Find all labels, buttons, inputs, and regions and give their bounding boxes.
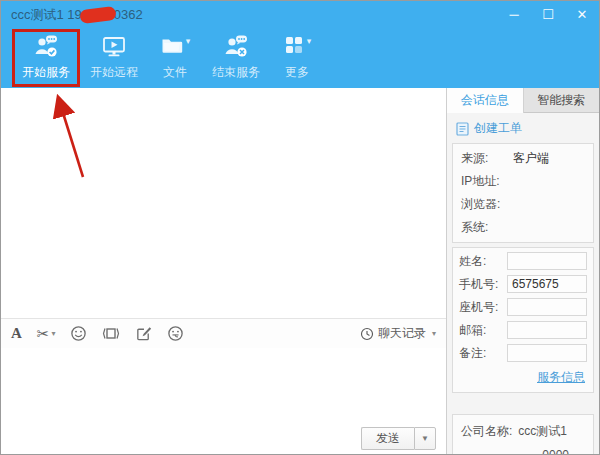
more-grid-icon [283, 33, 305, 61]
start-remote-label: 开始远程 [90, 64, 138, 81]
main-toolbar: 开始服务 开始远程 [1, 28, 327, 88]
chat-area: A ✂▾ [1, 88, 446, 455]
chat-history-caret-icon: ▾ [432, 329, 436, 338]
file-button[interactable]: ▾ 文件 [151, 28, 199, 84]
rich-editor-button[interactable] [135, 325, 152, 342]
emoji-button[interactable] [70, 325, 87, 342]
redaction-scribble [79, 6, 116, 24]
app-window: ccc测试1 190362 ─ ☐ ✕ [0, 0, 600, 455]
file-folder-icon [160, 32, 184, 62]
shake-window-button[interactable] [102, 325, 120, 342]
window-title: ccc测试1 190362 [11, 6, 143, 24]
start-service-person-check-icon [32, 32, 60, 62]
title-prefix: ccc测试1 19 [11, 7, 82, 22]
more-dropdown-caret-icon: ▾ [307, 36, 312, 46]
source-value: 客户端 [513, 150, 549, 167]
clock-icon [360, 327, 374, 341]
service-info-link[interactable]: 服务信息 [537, 370, 585, 384]
file-dropdown-caret-icon: ▾ [186, 36, 191, 46]
company-name-value: ccc测试1 [518, 423, 567, 440]
maximize-button[interactable]: ☐ [539, 7, 557, 22]
ticket-document-icon [456, 122, 469, 136]
file-label: 文件 [163, 64, 187, 81]
emoji-icon [70, 325, 87, 342]
minimize-button[interactable]: ─ [505, 7, 523, 22]
chat-format-toolbar: A ✂▾ [1, 318, 446, 348]
chat-history-label: 聊天记录 [378, 325, 426, 342]
start-remote-monitor-play-icon [101, 32, 127, 62]
email-field[interactable] [507, 321, 587, 339]
start-service-button[interactable]: 开始服务 [15, 28, 77, 84]
shake-window-icon [102, 325, 120, 342]
name-field[interactable] [507, 252, 587, 270]
end-service-button[interactable]: 结束服务 [205, 28, 267, 84]
company-name-row: 公司名称: ccc测试1 [453, 419, 593, 444]
screenshot-button[interactable]: ✂▾ [37, 325, 56, 343]
customer-form-box: 姓名: 手机号: 座机号: 邮箱: 备注: [452, 247, 594, 393]
landline-field[interactable] [507, 298, 587, 316]
tab-session-info[interactable]: 会话信息 [447, 88, 524, 113]
font-icon: A [11, 325, 22, 342]
custom-emoji-icon [167, 325, 184, 342]
create-ticket-label: 创建工单 [474, 120, 522, 137]
session-panel: 会话信息 智能搜索 创建工单 来源: 客户端 IP地址: [446, 88, 599, 455]
send-button[interactable]: 发送 [361, 427, 414, 450]
session-info-box: 来源: 客户端 IP地址: 浏览器: 系统: [452, 143, 594, 243]
form-row-mobile: 手机号: [459, 275, 587, 293]
message-input[interactable] [1, 349, 446, 424]
font-button[interactable]: A [11, 325, 22, 342]
form-row-email: 邮箱: [459, 321, 587, 339]
send-button-group: 发送 ▼ [361, 427, 436, 450]
create-ticket-link[interactable]: 创建工单 [447, 113, 599, 143]
titlebar: ccc测试1 190362 ─ ☐ ✕ [1, 1, 599, 28]
form-row-remark: 备注: [459, 344, 587, 362]
screenshot-caret-icon: ▾ [51, 329, 55, 338]
title-suffix: 0362 [114, 7, 143, 22]
tab-smart-search[interactable]: 智能搜索 [524, 88, 600, 113]
remark-field[interactable] [507, 344, 587, 362]
send-options-button[interactable]: ▼ [414, 427, 436, 450]
mobile-field[interactable] [507, 275, 587, 293]
service-expiry-value: 0000-00-00 [542, 448, 573, 455]
info-row-source: 来源: 客户端 [453, 147, 593, 170]
form-row-landline: 座机号: [459, 298, 587, 316]
end-service-person-x-icon [222, 32, 250, 62]
panel-tabs: 会话信息 智能搜索 [447, 88, 599, 113]
company-info-box: 公司名称: ccc测试1 服务到期时间: 0000-00-00 ☰ [452, 414, 594, 455]
custom-emoji-button[interactable] [167, 325, 184, 342]
rich-editor-icon [135, 325, 152, 342]
more-button[interactable]: ▾ 更多 [273, 28, 321, 84]
window-controls: ─ ☐ ✕ [505, 1, 591, 28]
service-expiry-row: 服务到期时间: 0000-00-00 ☰ [453, 444, 593, 455]
send-caret-icon: ▼ [421, 434, 429, 443]
info-row-ip: IP地址: [453, 170, 593, 193]
screenshot-scissors-icon: ✂ [37, 325, 50, 343]
chat-history-button[interactable]: 聊天记录 ▾ [360, 325, 436, 342]
start-remote-button[interactable]: 开始远程 [83, 28, 145, 84]
end-service-label: 结束服务 [212, 64, 260, 81]
more-label: 更多 [285, 64, 309, 81]
info-row-browser: 浏览器: [453, 193, 593, 216]
close-button[interactable]: ✕ [573, 7, 591, 22]
info-row-system: 系统: [453, 216, 593, 239]
form-row-name: 姓名: [459, 252, 587, 270]
message-history-area[interactable] [1, 88, 446, 318]
header: ccc测试1 190362 ─ ☐ ✕ [1, 1, 599, 88]
start-service-label: 开始服务 [22, 64, 70, 81]
